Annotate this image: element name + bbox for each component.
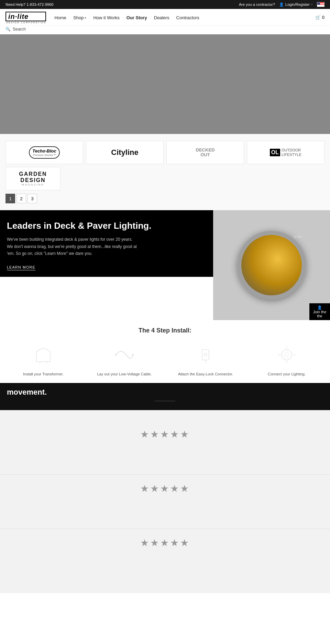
phone-area: Need Help? 1-833-472-9960	[6, 2, 53, 7]
movement-text: movement.	[7, 388, 47, 396]
partners-grid: Techo·Bloc Precious Stones™ Cityline DEC…	[6, 141, 324, 164]
partners-section: Techo·Bloc Precious Stones™ Cityline DEC…	[0, 134, 330, 210]
review-text-3	[21, 554, 309, 575]
ol-logo: OL OUTDOORLIFESTYLE	[270, 148, 301, 157]
page-btn-1[interactable]: 1	[6, 194, 15, 203]
logo-sub: DESIGN CORPORATION	[6, 21, 46, 24]
leaders-section: Leaders in Deck & Paver Lighting. We've …	[0, 210, 330, 320]
nav-contractors[interactable]: Contractors	[176, 15, 199, 20]
partner-garden-design: GARDENDESIGN MAGAZINE	[6, 167, 60, 190]
svg-point-8	[284, 352, 289, 358]
install-step-2-label: Lay out your Low-Voltage Cable.	[97, 372, 152, 376]
decked-out-logo: DECKEDOUT	[196, 148, 215, 158]
connector-icon	[195, 344, 216, 365]
garden-design-logo: GARDENDESIGN	[19, 171, 47, 183]
svg-rect-4	[202, 350, 209, 360]
join-sidebar[interactable]: 👤 Join the the	[309, 303, 330, 320]
header: in·lite DESIGN CORPORATION Home Shop ▾ H…	[0, 9, 330, 25]
logo-main: in·lite	[6, 12, 46, 21]
cable-icon	[114, 344, 135, 365]
install-icon-area-4	[249, 341, 324, 369]
install-step-4: Connect your Lighting.	[249, 341, 324, 376]
user-icon: 👤	[279, 2, 284, 7]
review-block-2: ★★★★★	[0, 475, 330, 529]
search-label: Search	[13, 27, 26, 32]
review-stars-3: ★★★★★	[21, 537, 309, 549]
chevron-down-icon: ▾	[311, 3, 313, 6]
review-stars-1: ★★★★★	[21, 429, 309, 440]
login-link[interactable]: 👤 Login/Register ▾	[279, 2, 313, 7]
shop-chevron-icon: ▾	[85, 16, 86, 20]
top-bar-right: Are you a contractor? 👤 Login/Register ▾	[239, 2, 324, 7]
nav-shop[interactable]: Shop ▾	[73, 15, 86, 20]
install-icon-area-2	[87, 341, 162, 369]
cityline-logo: Cityline	[111, 148, 138, 157]
product-circle-container: in·lite	[237, 231, 306, 300]
partner-decked-out: DECKEDOUT	[166, 141, 244, 164]
garden-design-sub: MAGAZINE	[22, 183, 44, 186]
leaders-description: We've been building integrated deck & pa…	[7, 236, 138, 257]
install-step-2: Lay out your Low-Voltage Cable.	[87, 341, 162, 376]
review-text-1	[21, 445, 309, 466]
svg-point-2	[115, 354, 117, 356]
partner-pagination: 1 2 3	[6, 194, 324, 203]
nav-our-story[interactable]: Our Story	[126, 15, 147, 20]
phone-text: Need Help? 1-833-472-9960	[6, 2, 53, 7]
svg-point-6	[204, 353, 207, 356]
ol-box: OL	[270, 149, 280, 156]
join-label: Join the	[313, 310, 327, 314]
techo-sub: Precious Stones™	[32, 154, 56, 157]
top-bar: Need Help? 1-833-472-9960 Are you a cont…	[0, 0, 330, 9]
page-btn-3[interactable]: 3	[28, 194, 37, 203]
techo-bloc-logo: Techo·Bloc	[32, 148, 56, 154]
install-step-4-label: Connect your Lighting.	[268, 372, 306, 376]
nav-home[interactable]: Home	[54, 15, 66, 20]
install-title: The 4 Step Install:	[6, 327, 324, 334]
lighting-icon	[276, 344, 297, 365]
review-stars-2: ★★★★★	[21, 483, 309, 494]
logo[interactable]: in·lite DESIGN CORPORATION	[6, 12, 46, 24]
install-step-1: Install your Transformer.	[6, 341, 81, 376]
partners-second-row: GARDENDESIGN MAGAZINE	[6, 167, 324, 190]
movement-divider	[155, 401, 175, 401]
reviews-section: ★★★★★ ★★★★★ ★★★★★	[0, 410, 330, 593]
hero-banner	[0, 34, 330, 134]
partner-cityline: Cityline	[86, 141, 164, 164]
search-row[interactable]: 🔍 Search	[0, 25, 330, 34]
nav-dealers[interactable]: Dealers	[154, 15, 169, 20]
review-text-2	[21, 500, 309, 520]
join-the-text: the	[317, 314, 322, 318]
search-icon: 🔍	[6, 27, 11, 32]
install-icon-area-3	[168, 341, 243, 369]
review-block-1: ★★★★★	[0, 420, 330, 475]
contractor-link[interactable]: Are you a contractor?	[239, 2, 275, 7]
nav-how-it-works[interactable]: How it Works	[93, 15, 119, 20]
flag-icon[interactable]	[317, 2, 324, 7]
leaders-title: Leaders in Deck & Paver Lighting.	[7, 221, 206, 231]
install-step-3-label: Attach the Easy-Lock Connector.	[178, 372, 233, 376]
page-btn-2[interactable]: 2	[16, 194, 26, 203]
review-block-3: ★★★★★	[0, 529, 330, 583]
join-icon: 👤	[317, 305, 322, 310]
partner-outdoor-lifestyle: OL OUTDOORLIFESTYLE	[247, 141, 324, 164]
svg-point-3	[132, 354, 134, 356]
main-nav: Home Shop ▾ How it Works Our Story Deale…	[54, 15, 199, 20]
product-brand-label: in·lite	[294, 235, 302, 239]
movement-section: movement.	[0, 383, 330, 410]
install-section: The 4 Step Install: Install your Transfo…	[0, 320, 330, 383]
partner-techo-bloc: Techo·Bloc Precious Stones™	[6, 141, 83, 164]
cart-area[interactable]: 🛒 0	[315, 14, 324, 20]
install-step-1-label: Install your Transformer.	[23, 372, 64, 376]
install-steps: Install your Transformer. Lay out your L…	[6, 341, 324, 376]
ol-text: OUTDOORLIFESTYLE	[282, 148, 301, 157]
install-icon-area-1	[6, 341, 81, 369]
product-circle	[237, 231, 306, 300]
transformer-icon	[33, 344, 54, 365]
install-step-3: Attach the Easy-Lock Connector.	[168, 341, 243, 376]
cart-count: 0	[322, 14, 324, 20]
leaders-text-block: Leaders in Deck & Paver Lighting. We've …	[0, 210, 213, 277]
cart-icon: 🛒	[315, 14, 321, 20]
learn-more-link[interactable]: LEARN MORE	[7, 265, 35, 270]
